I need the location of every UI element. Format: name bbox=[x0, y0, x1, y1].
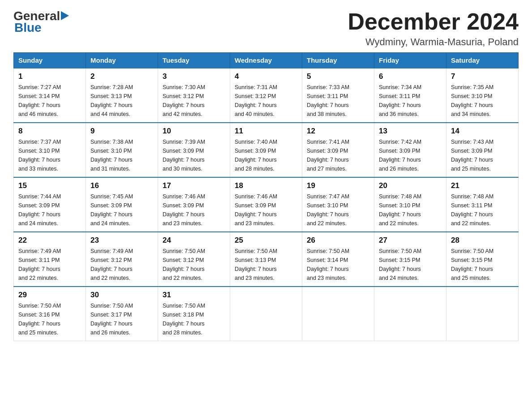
day-info: Sunrise: 7:30 AMSunset: 3:12 PMDaylight:… bbox=[163, 83, 225, 119]
day-info: Sunrise: 7:48 AMSunset: 3:11 PMDaylight:… bbox=[451, 192, 514, 228]
day-info: Sunrise: 7:46 AMSunset: 3:09 PMDaylight:… bbox=[163, 192, 225, 228]
day-info: Sunrise: 7:44 AMSunset: 3:09 PMDaylight:… bbox=[18, 192, 81, 228]
calendar-header-row: SundayMondayTuesdayWednesdayThursdayFrid… bbox=[14, 53, 519, 68]
day-number: 10 bbox=[163, 127, 225, 136]
title-block: December 2024 Wydminy, Warmia-Masuria, P… bbox=[348, 9, 519, 48]
svg-marker-0 bbox=[61, 11, 69, 20]
calendar-cell: 28Sunrise: 7:50 AMSunset: 3:15 PMDayligh… bbox=[446, 232, 519, 287]
calendar-cell: 18Sunrise: 7:46 AMSunset: 3:09 PMDayligh… bbox=[230, 177, 302, 232]
day-info: Sunrise: 7:38 AMSunset: 3:10 PMDaylight:… bbox=[90, 137, 153, 173]
calendar-cell: 1Sunrise: 7:27 AMSunset: 3:14 PMDaylight… bbox=[14, 68, 86, 123]
calendar-week-row: 22Sunrise: 7:49 AMSunset: 3:11 PMDayligh… bbox=[14, 232, 519, 287]
calendar-cell: 26Sunrise: 7:50 AMSunset: 3:14 PMDayligh… bbox=[302, 232, 374, 287]
calendar-cell: 29Sunrise: 7:50 AMSunset: 3:16 PMDayligh… bbox=[14, 287, 86, 341]
day-number: 28 bbox=[451, 236, 514, 245]
calendar-cell bbox=[230, 287, 302, 341]
calendar-cell: 5Sunrise: 7:33 AMSunset: 3:11 PMDaylight… bbox=[302, 68, 374, 123]
calendar-subtitle: Wydminy, Warmia-Masuria, Poland bbox=[348, 36, 519, 48]
day-number: 24 bbox=[163, 236, 225, 245]
day-info: Sunrise: 7:50 AMSunset: 3:16 PMDaylight:… bbox=[18, 301, 81, 337]
day-info: Sunrise: 7:41 AMSunset: 3:09 PMDaylight:… bbox=[307, 137, 369, 173]
calendar-cell: 7Sunrise: 7:35 AMSunset: 3:10 PMDaylight… bbox=[446, 68, 519, 123]
day-of-week-header: Sunday bbox=[14, 53, 86, 68]
logo-blue-text: Blue bbox=[14, 21, 42, 34]
day-number: 18 bbox=[235, 181, 297, 190]
day-number: 30 bbox=[90, 291, 153, 300]
day-info: Sunrise: 7:40 AMSunset: 3:09 PMDaylight:… bbox=[235, 137, 297, 173]
day-number: 5 bbox=[307, 72, 369, 81]
day-info: Sunrise: 7:34 AMSunset: 3:11 PMDaylight:… bbox=[379, 83, 442, 119]
day-of-week-header: Tuesday bbox=[158, 53, 230, 68]
day-of-week-header: Monday bbox=[86, 53, 158, 68]
day-info: Sunrise: 7:31 AMSunset: 3:12 PMDaylight:… bbox=[235, 83, 297, 119]
day-info: Sunrise: 7:28 AMSunset: 3:13 PMDaylight:… bbox=[90, 83, 153, 119]
page-header: General Blue December 2024 Wydminy, Warm… bbox=[13, 9, 519, 48]
day-of-week-header: Saturday bbox=[446, 53, 519, 68]
day-info: Sunrise: 7:48 AMSunset: 3:10 PMDaylight:… bbox=[379, 192, 442, 228]
day-number: 9 bbox=[90, 127, 153, 136]
day-info: Sunrise: 7:35 AMSunset: 3:10 PMDaylight:… bbox=[451, 83, 514, 119]
day-number: 13 bbox=[379, 127, 442, 136]
day-number: 27 bbox=[379, 236, 442, 245]
logo: General Blue bbox=[13, 9, 71, 35]
day-number: 6 bbox=[379, 72, 442, 81]
calendar-week-row: 29Sunrise: 7:50 AMSunset: 3:16 PMDayligh… bbox=[14, 287, 519, 341]
day-number: 26 bbox=[307, 236, 369, 245]
day-number: 14 bbox=[451, 127, 514, 136]
calendar-cell: 2Sunrise: 7:28 AMSunset: 3:13 PMDaylight… bbox=[86, 68, 158, 123]
day-info: Sunrise: 7:43 AMSunset: 3:09 PMDaylight:… bbox=[451, 137, 514, 173]
day-number: 2 bbox=[90, 72, 153, 81]
day-number: 12 bbox=[307, 127, 369, 136]
calendar-cell bbox=[446, 287, 519, 341]
day-info: Sunrise: 7:50 AMSunset: 3:17 PMDaylight:… bbox=[90, 301, 153, 337]
day-number: 22 bbox=[18, 236, 81, 245]
day-info: Sunrise: 7:50 AMSunset: 3:15 PMDaylight:… bbox=[451, 247, 514, 283]
day-info: Sunrise: 7:42 AMSunset: 3:09 PMDaylight:… bbox=[379, 137, 442, 173]
calendar-cell: 25Sunrise: 7:50 AMSunset: 3:13 PMDayligh… bbox=[230, 232, 302, 287]
calendar-cell: 6Sunrise: 7:34 AMSunset: 3:11 PMDaylight… bbox=[374, 68, 446, 123]
calendar-cell: 22Sunrise: 7:49 AMSunset: 3:11 PMDayligh… bbox=[14, 232, 86, 287]
calendar-cell: 10Sunrise: 7:39 AMSunset: 3:09 PMDayligh… bbox=[158, 123, 230, 177]
day-of-week-header: Wednesday bbox=[230, 53, 302, 68]
calendar-cell: 17Sunrise: 7:46 AMSunset: 3:09 PMDayligh… bbox=[158, 177, 230, 232]
calendar-week-row: 1Sunrise: 7:27 AMSunset: 3:14 PMDaylight… bbox=[14, 68, 519, 123]
day-info: Sunrise: 7:45 AMSunset: 3:09 PMDaylight:… bbox=[90, 192, 153, 228]
calendar-cell bbox=[302, 287, 374, 341]
day-number: 29 bbox=[18, 291, 81, 300]
day-number: 8 bbox=[18, 127, 81, 136]
calendar-cell: 21Sunrise: 7:48 AMSunset: 3:11 PMDayligh… bbox=[446, 177, 519, 232]
day-number: 7 bbox=[451, 72, 514, 81]
calendar-cell: 20Sunrise: 7:48 AMSunset: 3:10 PMDayligh… bbox=[374, 177, 446, 232]
day-info: Sunrise: 7:47 AMSunset: 3:10 PMDaylight:… bbox=[307, 192, 369, 228]
day-number: 1 bbox=[18, 72, 81, 81]
day-number: 15 bbox=[18, 181, 81, 190]
day-info: Sunrise: 7:39 AMSunset: 3:09 PMDaylight:… bbox=[163, 137, 225, 173]
day-info: Sunrise: 7:50 AMSunset: 3:14 PMDaylight:… bbox=[307, 247, 369, 283]
calendar-table: SundayMondayTuesdayWednesdayThursdayFrid… bbox=[13, 52, 519, 341]
day-info: Sunrise: 7:46 AMSunset: 3:09 PMDaylight:… bbox=[235, 192, 297, 228]
calendar-cell: 31Sunrise: 7:50 AMSunset: 3:18 PMDayligh… bbox=[158, 287, 230, 341]
day-info: Sunrise: 7:49 AMSunset: 3:11 PMDaylight:… bbox=[18, 247, 81, 283]
calendar-week-row: 15Sunrise: 7:44 AMSunset: 3:09 PMDayligh… bbox=[14, 177, 519, 232]
day-info: Sunrise: 7:50 AMSunset: 3:15 PMDaylight:… bbox=[379, 247, 442, 283]
calendar-cell: 15Sunrise: 7:44 AMSunset: 3:09 PMDayligh… bbox=[14, 177, 86, 232]
calendar-cell: 14Sunrise: 7:43 AMSunset: 3:09 PMDayligh… bbox=[446, 123, 519, 177]
day-info: Sunrise: 7:37 AMSunset: 3:10 PMDaylight:… bbox=[18, 137, 81, 173]
day-info: Sunrise: 7:49 AMSunset: 3:12 PMDaylight:… bbox=[90, 247, 153, 283]
day-number: 11 bbox=[235, 127, 297, 136]
calendar-cell: 12Sunrise: 7:41 AMSunset: 3:09 PMDayligh… bbox=[302, 123, 374, 177]
calendar-cell: 23Sunrise: 7:49 AMSunset: 3:12 PMDayligh… bbox=[86, 232, 158, 287]
calendar-cell: 4Sunrise: 7:31 AMSunset: 3:12 PMDaylight… bbox=[230, 68, 302, 123]
day-number: 17 bbox=[163, 181, 225, 190]
day-info: Sunrise: 7:50 AMSunset: 3:13 PMDaylight:… bbox=[235, 247, 297, 283]
day-number: 25 bbox=[235, 236, 297, 245]
calendar-cell bbox=[374, 287, 446, 341]
day-number: 23 bbox=[90, 236, 153, 245]
calendar-cell: 11Sunrise: 7:40 AMSunset: 3:09 PMDayligh… bbox=[230, 123, 302, 177]
logo-arrow-icon bbox=[61, 9, 71, 22]
day-number: 20 bbox=[379, 181, 442, 190]
day-number: 4 bbox=[235, 72, 297, 81]
calendar-cell: 24Sunrise: 7:50 AMSunset: 3:12 PMDayligh… bbox=[158, 232, 230, 287]
day-number: 16 bbox=[90, 181, 153, 190]
calendar-cell: 8Sunrise: 7:37 AMSunset: 3:10 PMDaylight… bbox=[14, 123, 86, 177]
